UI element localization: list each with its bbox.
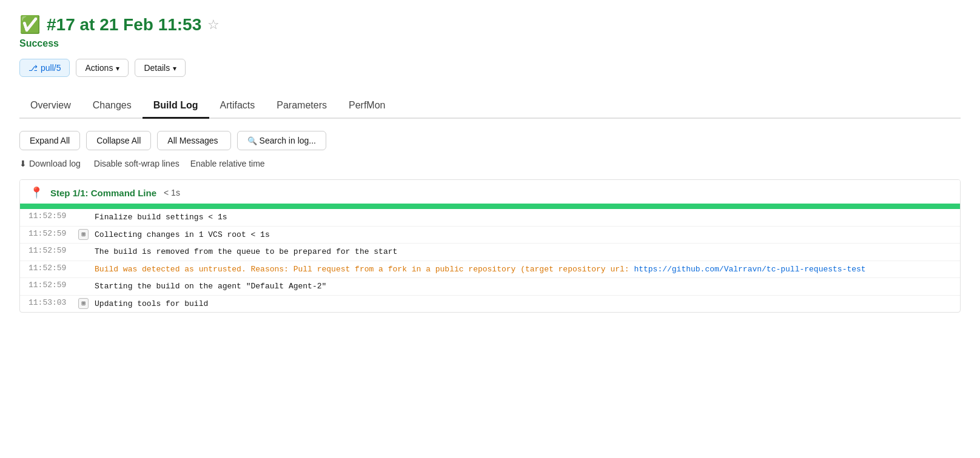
log-timestamp: 11:52:59 (20, 261, 75, 278)
log-timestamp: 11:53:03 (20, 295, 75, 312)
actions-caret-icon (116, 63, 119, 73)
log-message: Collecting changes in 1 VCS root < 1s (92, 226, 960, 244)
log-expand-button[interactable]: ⊞ (75, 295, 92, 312)
log-message-warning: Build was detected as untrusted. Reasons… (92, 261, 960, 278)
download-log-label: Download log (29, 159, 81, 168)
page-container: ✅ #17 at 21 Feb 11:53 ☆ Success ⎇ pull/5… (0, 0, 980, 327)
collapse-all-button[interactable]: Collapse All (86, 131, 151, 150)
log-message: Updating tools for build (92, 295, 960, 312)
log-row: 11:52:59 Finalize build settings < 1s (20, 209, 960, 226)
tab-perfmon[interactable]: PerfMon (338, 94, 396, 119)
log-expand-placeholder (75, 209, 92, 226)
log-message: The build is removed from the queue to b… (92, 244, 960, 261)
secondary-toolbar: ⬇ Download log Disable soft-wrap lines E… (19, 159, 961, 168)
download-icon: ⬇ (19, 159, 27, 168)
log-timestamp: 11:52:59 (20, 209, 75, 226)
tab-parameters[interactable]: Parameters (266, 94, 338, 119)
build-title-row: ✅ #17 at 21 Feb 11:53 ☆ (19, 15, 961, 35)
actions-label: Actions (85, 63, 113, 73)
all-messages-button[interactable]: All Messages (157, 131, 230, 150)
tab-build-log[interactable]: Build Log (143, 94, 209, 119)
log-timestamp: 11:52:59 (20, 244, 75, 261)
log-row: 11:53:03 ⊞ Updating tools for build (20, 295, 960, 312)
step-header: 📍 Step 1/1: Command Line < 1s (20, 180, 960, 207)
log-row: 11:52:59 The build is removed from the q… (20, 244, 960, 261)
branch-icon: ⎇ (29, 64, 38, 73)
tab-changes[interactable]: Changes (82, 94, 143, 119)
enable-relative-time-link[interactable]: Enable relative time (190, 159, 265, 168)
all-messages-label: All Messages (167, 136, 218, 145)
build-status: Success (19, 38, 961, 49)
details-button[interactable]: Details (135, 59, 186, 77)
disable-soft-wrap-link[interactable]: Disable soft-wrap lines (94, 159, 180, 168)
download-log-link[interactable]: ⬇ Download log (19, 159, 83, 168)
search-log-label: Search in log... (260, 136, 316, 145)
log-message: Finalize build settings < 1s (92, 209, 960, 226)
expand-icon[interactable]: ⊞ (78, 229, 89, 240)
log-toolbar: Expand All Collapse All All Messages 🔍 S… (19, 131, 961, 150)
expand-icon[interactable]: ⊞ (78, 298, 89, 309)
log-expand-button[interactable]: ⊞ (75, 226, 92, 244)
log-row-warning: 11:52:59 Build was detected as untrusted… (20, 261, 960, 278)
build-title: #17 at 21 Feb 11:53 (47, 15, 201, 35)
favorite-star-icon[interactable]: ☆ (207, 17, 220, 33)
collapse-all-label: Collapse All (96, 136, 141, 145)
pin-icon: 📍 (30, 186, 43, 199)
log-expand-placeholder (75, 244, 92, 261)
repo-url-link[interactable]: https://github.com/Valrravn/tc-pull-requ… (634, 265, 865, 274)
details-caret-icon (173, 63, 176, 73)
search-log-button[interactable]: 🔍 Search in log... (237, 131, 326, 150)
step-time: < 1s (164, 188, 180, 197)
expand-all-button[interactable]: Expand All (19, 131, 80, 150)
log-row: 11:52:59 ⊞ Collecting changes in 1 VCS r… (20, 226, 960, 244)
build-log-area: 📍 Step 1/1: Command Line < 1s 11:52:59 F… (19, 179, 961, 313)
expand-all-label: Expand All (30, 136, 70, 145)
actions-button[interactable]: Actions (76, 59, 129, 77)
tab-overview[interactable]: Overview (19, 94, 82, 119)
tab-artifacts[interactable]: Artifacts (209, 94, 266, 119)
log-expand-placeholder (75, 261, 92, 278)
step-label: Step 1/1: Command Line (50, 188, 156, 198)
branch-button[interactable]: ⎇ pull/5 (19, 59, 70, 77)
log-table: 11:52:59 Finalize build settings < 1s 11… (20, 209, 960, 312)
log-message: Starting the build on the agent "Default… (92, 278, 960, 296)
tab-bar: Overview Changes Build Log Artifacts Par… (19, 94, 961, 119)
enable-relative-time-label: Enable relative time (190, 159, 265, 168)
success-check-icon: ✅ (19, 15, 41, 35)
search-icon: 🔍 (247, 136, 257, 145)
log-expand-placeholder (75, 278, 92, 296)
log-row: 11:52:59 Starting the build on the agent… (20, 278, 960, 296)
log-timestamp: 11:52:59 (20, 226, 75, 244)
branch-label: pull/5 (41, 63, 61, 73)
disable-soft-wrap-label: Disable soft-wrap lines (94, 159, 180, 168)
log-timestamp: 11:52:59 (20, 278, 75, 296)
details-label: Details (144, 63, 170, 73)
action-bar: ⎇ pull/5 Actions Details (19, 59, 961, 77)
